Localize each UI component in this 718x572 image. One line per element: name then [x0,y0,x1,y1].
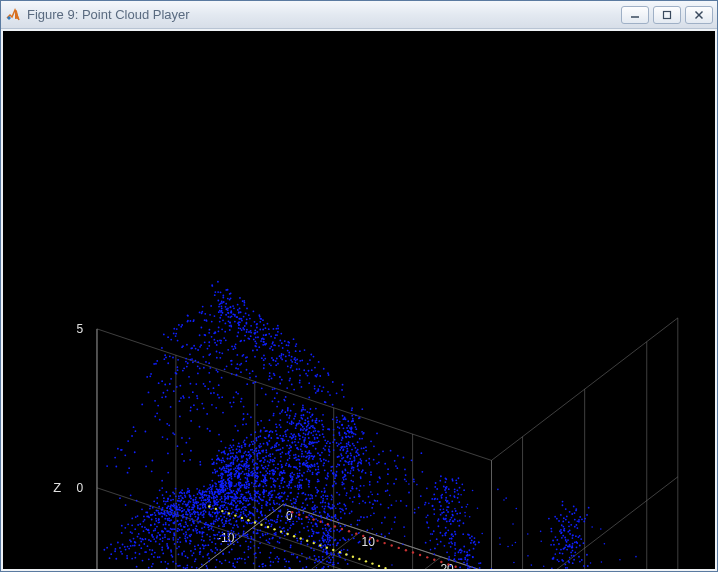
svg-point-2483 [152,563,154,565]
minimize-button[interactable] [621,6,649,24]
svg-point-1867 [139,538,141,540]
svg-point-1237 [265,456,267,458]
svg-point-3397 [464,557,466,559]
svg-point-2847 [454,508,456,510]
svg-point-917 [245,492,247,494]
svg-point-1817 [249,517,251,519]
svg-point-585 [185,358,187,360]
svg-point-3333 [461,506,463,508]
svg-point-3007 [333,449,335,451]
svg-point-2189 [325,477,327,479]
svg-point-1301 [258,503,260,505]
svg-point-2842 [543,566,545,568]
svg-point-3184 [325,545,327,547]
maximize-button[interactable] [653,6,681,24]
svg-point-2580 [151,566,153,568]
svg-point-1996 [178,546,180,548]
svg-point-669 [248,314,250,316]
svg-point-2779 [343,549,345,551]
svg-point-1066 [260,318,262,320]
svg-point-3493 [587,565,589,567]
svg-point-130 [205,490,207,492]
svg-point-559 [204,334,206,336]
svg-point-1403 [259,447,261,449]
svg-point-877 [257,336,259,338]
svg-point-3091 [343,427,345,429]
svg-point-1095 [265,490,267,492]
svg-point-1213 [241,447,243,449]
svg-point-3096 [337,463,339,465]
svg-point-2553 [300,541,302,543]
svg-point-1173 [196,525,198,527]
svg-point-304 [221,487,223,489]
svg-point-1022 [153,500,155,502]
svg-point-899 [254,490,256,492]
point-cloud-plot[interactable]: 01020304050-10010-505XYZ [3,31,715,569]
svg-point-1515 [216,534,218,536]
svg-point-623 [228,448,230,450]
svg-point-2817 [374,499,376,501]
svg-point-3529 [247,519,249,521]
svg-point-3339 [434,547,436,549]
svg-point-2996 [345,436,347,438]
svg-point-1728 [263,443,265,445]
svg-point-1258 [273,469,275,471]
svg-point-123 [209,314,211,316]
svg-point-2124 [181,453,183,455]
svg-point-2713 [265,565,267,567]
svg-point-1706 [168,530,170,532]
svg-point-414 [218,450,220,452]
svg-point-2962 [304,409,306,411]
svg-point-2190 [325,401,327,403]
svg-point-1398 [251,449,253,451]
svg-point-2342 [277,478,279,480]
svg-point-1186 [177,520,179,522]
svg-point-3289 [437,543,439,545]
svg-point-1424 [276,328,278,330]
svg-point-2412 [336,392,338,394]
axes-3d[interactable]: 01020304050-10010-505XYZ [3,31,715,569]
svg-point-3092 [336,419,338,421]
svg-point-2075 [306,504,308,506]
svg-point-2764 [347,563,349,565]
svg-point-705 [243,329,245,331]
svg-point-3468 [578,556,580,558]
svg-point-3511 [579,545,581,547]
svg-point-2221 [287,529,289,531]
svg-point-530 [221,498,223,500]
svg-point-1307 [252,370,254,372]
svg-point-2391 [291,420,293,422]
svg-point-3505 [556,559,558,561]
svg-point-1118 [255,376,257,378]
svg-point-271 [230,485,232,487]
svg-point-651 [242,471,244,473]
svg-point-1490 [252,514,254,516]
svg-point-3313 [439,509,441,511]
svg-point-2354 [234,558,236,560]
svg-point-985 [188,376,190,378]
close-button[interactable] [685,6,713,24]
svg-point-2800 [350,470,352,472]
svg-point-1112 [258,496,260,498]
svg-point-2767 [554,553,556,555]
svg-point-1846 [184,535,186,537]
svg-point-2908 [300,415,302,417]
svg-point-3430 [566,515,568,517]
titlebar[interactable]: Figure 9: Point Cloud Player [1,1,717,29]
svg-point-1078 [265,470,267,472]
svg-point-2108 [233,543,235,545]
svg-point-1277 [270,486,272,488]
svg-point-1766 [299,375,301,377]
svg-point-2341 [277,541,279,543]
svg-point-2775 [466,506,468,508]
svg-point-2530 [352,436,354,438]
svg-point-120 [209,329,211,331]
svg-point-1027 [149,505,151,507]
svg-point-2666 [373,445,375,447]
svg-point-1549 [157,532,159,534]
svg-point-3042 [353,433,355,435]
svg-point-610 [163,497,165,499]
svg-point-2331 [306,526,308,528]
svg-point-555 [206,494,208,496]
svg-point-3540 [319,544,321,546]
